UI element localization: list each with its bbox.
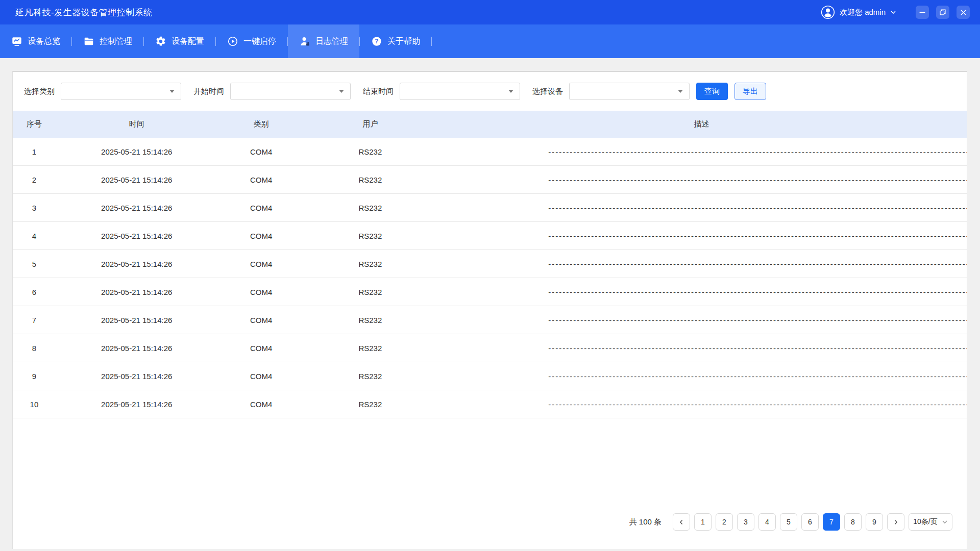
pagination: 共 100 条 123456789 10条/页 bbox=[13, 513, 952, 531]
cell-description: ----------------------------------------… bbox=[436, 344, 967, 353]
page-button-4[interactable]: 4 bbox=[758, 513, 776, 531]
page-button-1[interactable]: 1 bbox=[694, 513, 712, 531]
cell-category: COM4 bbox=[218, 260, 305, 268]
chevron-down-icon bbox=[942, 519, 948, 525]
cell-user: RS232 bbox=[305, 316, 436, 324]
nav-item-label: 日志管理 bbox=[315, 36, 348, 47]
cell-category: COM4 bbox=[218, 232, 305, 240]
cell-time: 2025-05-21 15:14:26 bbox=[56, 288, 218, 296]
nav-item-log-management[interactable]: 日志管理 bbox=[288, 24, 359, 58]
start-time-select[interactable] bbox=[230, 83, 351, 100]
export-button[interactable]: 导出 bbox=[734, 83, 766, 100]
table-row: 32025-05-21 15:14:26COM4RS232-----------… bbox=[13, 194, 967, 222]
gear-icon bbox=[155, 36, 166, 47]
content-card: 选择类别 开始时间 结束时间 选择设备 bbox=[12, 71, 967, 549]
cell-category: COM4 bbox=[218, 176, 305, 184]
page-button-5[interactable]: 5 bbox=[780, 513, 797, 531]
cell-user: RS232 bbox=[305, 344, 436, 353]
nav-item-device-overview[interactable]: 设备总览 bbox=[0, 24, 71, 58]
maximize-button[interactable] bbox=[936, 6, 949, 19]
nav-item-label: 设备总览 bbox=[28, 36, 60, 47]
header-index: 序号 bbox=[13, 119, 56, 129]
next-page-button[interactable] bbox=[887, 513, 904, 531]
header-user: 用户 bbox=[305, 119, 436, 129]
device-select[interactable] bbox=[569, 83, 690, 100]
cell-time: 2025-05-21 15:14:26 bbox=[56, 176, 218, 184]
cell-index: 5 bbox=[13, 260, 56, 268]
category-label: 选择类别 bbox=[24, 87, 55, 96]
avatar-icon bbox=[821, 5, 835, 19]
page-button-7[interactable]: 7 bbox=[823, 513, 840, 531]
cell-index: 4 bbox=[13, 232, 56, 240]
nav-item-about-help[interactable]: ? 关于帮助 bbox=[360, 24, 431, 58]
page-button-8[interactable]: 8 bbox=[844, 513, 862, 531]
cell-category: COM4 bbox=[218, 344, 305, 353]
cell-user: RS232 bbox=[305, 260, 436, 268]
welcome-text: 欢迎您 admin bbox=[840, 8, 886, 17]
cell-index: 7 bbox=[13, 316, 56, 324]
page-button-3[interactable]: 3 bbox=[737, 513, 754, 531]
nav-item-control-management[interactable]: 控制管理 bbox=[72, 24, 143, 58]
nav-item-one-key-start-stop[interactable]: 一键启停 bbox=[216, 24, 287, 58]
cell-index: 8 bbox=[13, 344, 56, 353]
log-table: 序号 时间 类别 用户 描述 12025-05-21 15:14:26COM4R… bbox=[13, 111, 967, 418]
nav-item-device-config[interactable]: 设备配置 bbox=[144, 24, 215, 58]
query-button[interactable]: 查询 bbox=[696, 83, 728, 100]
nav-item-label: 关于帮助 bbox=[387, 36, 420, 47]
title-bar: 延凡科技-发生器设备管理控制系统 欢迎您 admin bbox=[0, 0, 980, 24]
cell-description: ----------------------------------------… bbox=[436, 372, 967, 381]
minimize-button[interactable] bbox=[916, 6, 929, 19]
caret-down-icon bbox=[508, 90, 513, 93]
cell-time: 2025-05-21 15:14:26 bbox=[56, 204, 218, 212]
user-log-icon bbox=[299, 36, 310, 47]
cell-index: 3 bbox=[13, 204, 56, 212]
category-select[interactable] bbox=[61, 83, 181, 100]
cell-index: 9 bbox=[13, 372, 56, 381]
page-size-value: 10条/页 bbox=[913, 517, 937, 527]
header-description: 描述 bbox=[436, 119, 967, 129]
nav-item-label: 设备配置 bbox=[172, 36, 204, 47]
start-time-label: 开始时间 bbox=[193, 87, 224, 96]
table-body: 12025-05-21 15:14:26COM4RS232-----------… bbox=[13, 138, 967, 418]
page-button-6[interactable]: 6 bbox=[801, 513, 819, 531]
cell-index: 1 bbox=[13, 147, 56, 156]
caret-down-icon bbox=[678, 90, 683, 93]
cell-time: 2025-05-21 15:14:26 bbox=[56, 344, 218, 353]
folder-icon bbox=[83, 36, 94, 47]
svg-text:?: ? bbox=[375, 38, 378, 45]
empty-space bbox=[13, 418, 967, 513]
cell-description: ----------------------------------------… bbox=[436, 288, 967, 296]
cell-description: ----------------------------------------… bbox=[436, 316, 967, 324]
device-label: 选择设备 bbox=[532, 87, 563, 96]
caret-down-icon bbox=[169, 90, 175, 93]
end-time-select[interactable] bbox=[400, 83, 520, 100]
cell-index: 6 bbox=[13, 288, 56, 296]
chevron-down-icon bbox=[890, 9, 896, 15]
page-button-2[interactable]: 2 bbox=[716, 513, 733, 531]
chart-icon bbox=[11, 36, 22, 47]
cell-category: COM4 bbox=[218, 400, 305, 409]
cell-description: ----------------------------------------… bbox=[436, 260, 967, 268]
user-menu[interactable]: 欢迎您 admin bbox=[821, 5, 896, 19]
cell-description: ----------------------------------------… bbox=[436, 176, 967, 184]
header-time: 时间 bbox=[56, 119, 218, 129]
cell-user: RS232 bbox=[305, 147, 436, 156]
nav-item-label: 一键启停 bbox=[243, 36, 276, 47]
cell-user: RS232 bbox=[305, 176, 436, 184]
cell-time: 2025-05-21 15:14:26 bbox=[56, 147, 218, 156]
cell-category: COM4 bbox=[218, 316, 305, 324]
cell-user: RS232 bbox=[305, 204, 436, 212]
page-list: 123456789 bbox=[694, 513, 883, 531]
prev-page-button[interactable] bbox=[673, 513, 690, 531]
app-title: 延凡科技-发生器设备管理控制系统 bbox=[15, 7, 153, 18]
close-button[interactable] bbox=[957, 6, 970, 19]
table-row: 52025-05-21 15:14:26COM4RS232-----------… bbox=[13, 250, 967, 278]
table-row: 102025-05-21 15:14:26COM4RS232----------… bbox=[13, 390, 967, 418]
cell-description: ----------------------------------------… bbox=[436, 400, 967, 409]
page-button-9[interactable]: 9 bbox=[866, 513, 883, 531]
page-size-select[interactable]: 10条/页 bbox=[909, 513, 952, 531]
cell-category: COM4 bbox=[218, 204, 305, 212]
header-category: 类别 bbox=[218, 119, 305, 129]
table-row: 12025-05-21 15:14:26COM4RS232-----------… bbox=[13, 138, 967, 166]
cell-time: 2025-05-21 15:14:26 bbox=[56, 400, 218, 409]
